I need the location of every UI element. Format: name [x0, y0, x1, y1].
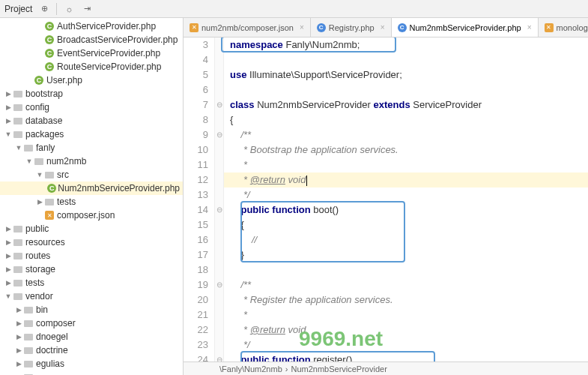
fold-mark[interactable]: ⊖ — [215, 352, 223, 362]
line-number: 16 — [184, 232, 208, 248]
tree-item[interactable]: ▼packages — [0, 128, 183, 141]
code-line[interactable]: } — [230, 248, 588, 262]
breadcrumb-item[interactable]: Num2nmbServiceProvider — [291, 364, 387, 374]
top-toolbar: Project ⊕ ☼ ⇥ — [0, 0, 588, 18]
tree-arrow-icon[interactable]: ▶ — [15, 360, 22, 368]
code-editor[interactable]: 3456789101112131415161718192021222324252… — [184, 38, 588, 362]
tree-arrow-icon[interactable]: ▼ — [4, 130, 12, 138]
tree-item[interactable]: ▶bin — [0, 303, 183, 316]
code-line[interactable]: class Num2nmbServiceProvider extends Ser… — [230, 98, 588, 112]
collapse-icon[interactable]: ⊕ — [38, 3, 50, 15]
tree-label: egulias — [36, 358, 64, 369]
tree-arrow-icon[interactable]: ▶ — [4, 279, 12, 286]
code-line[interactable]: * Register the application services. — [230, 292, 588, 308]
code-line[interactable]: * Bootstrap the application services. — [230, 142, 588, 158]
fold-mark[interactable]: ⊖ — [215, 278, 223, 292]
tree-item[interactable]: ▶dnoegel — [0, 330, 183, 344]
code-line[interactable]: * — [230, 308, 588, 322]
tree-arrow-icon[interactable]: ▶ — [15, 306, 22, 314]
code-line[interactable]: * @return void — [230, 172, 588, 188]
editor-tab[interactable]: Registry.php× — [311, 18, 392, 37]
tree-item[interactable]: ▶resources — [0, 236, 183, 249]
code-line[interactable]: namespace Fanly\Num2nmb; — [230, 38, 588, 52]
line-number: 23 — [184, 338, 208, 352]
folder-icon — [12, 223, 24, 235]
close-icon[interactable]: × — [300, 23, 304, 32]
tree-item[interactable]: RouteServiceProvider.php — [0, 60, 183, 74]
tree-item[interactable]: ▼src — [0, 168, 183, 182]
breadcrumb-item[interactable]: \Fanly\Num2nmb — [219, 364, 282, 374]
tree-item[interactable]: ▶egulias — [0, 357, 183, 370]
tree-item[interactable]: ▶tests — [0, 195, 183, 208]
code-line[interactable]: // — [230, 232, 588, 248]
tree-item[interactable]: AuthServiceProvider.php — [0, 20, 183, 33]
tree-label: config — [25, 102, 49, 112]
code-line[interactable]: */ — [230, 188, 588, 202]
code-line[interactable] — [230, 52, 588, 68]
code-line[interactable]: { — [230, 218, 588, 232]
tree-arrow-icon[interactable]: ▶ — [4, 252, 12, 260]
tree-item[interactable]: ▶database — [0, 114, 183, 128]
code-line[interactable]: { — [230, 112, 588, 128]
tree-item[interactable]: ▶routes — [0, 249, 183, 262]
tree-arrow-icon[interactable]: ▼ — [15, 144, 22, 152]
tree-item[interactable]: ▶composer — [0, 316, 183, 330]
folder-icon — [22, 304, 34, 316]
tree-arrow-icon[interactable]: ▶ — [4, 117, 12, 124]
tree-item[interactable]: ▶tests — [0, 276, 183, 290]
settings-icon[interactable]: ☼ — [63, 3, 75, 15]
code-line[interactable]: /** — [230, 128, 588, 142]
tree-item[interactable]: ▶doctrine — [0, 344, 183, 357]
tree-label: EventServiceProvider.php — [57, 48, 160, 58]
tree-item[interactable]: ▶erusev — [0, 370, 183, 375]
editor-tab[interactable]: monolog/composer.json× — [539, 18, 588, 37]
breadcrumb[interactable]: \Fanly\Num2nmb›Num2nmbServiceProvider — [184, 362, 588, 375]
code-line[interactable]: * — [230, 158, 588, 172]
tree-arrow-icon[interactable]: ▼ — [25, 158, 33, 165]
tree-arrow-icon[interactable]: ▶ — [4, 238, 12, 246]
tree-item[interactable]: User.php — [0, 74, 183, 87]
tree-item[interactable]: EventServiceProvider.php — [0, 46, 183, 60]
tree-item[interactable]: ▼num2nmb — [0, 154, 183, 168]
tree-item[interactable]: ▶config — [0, 100, 183, 114]
close-icon[interactable]: × — [381, 23, 385, 32]
tree-item[interactable]: composer.json — [0, 208, 183, 222]
code-line[interactable]: * @return void — [230, 322, 588, 338]
tree-item[interactable]: ▼fanly — [0, 141, 183, 154]
tree-arrow-icon[interactable]: ▶ — [4, 225, 12, 232]
fold-mark[interactable]: ⊖ — [215, 128, 223, 142]
tree-item[interactable]: ▶public — [0, 222, 183, 236]
code-line[interactable]: public function register() — [230, 352, 588, 362]
editor-tab[interactable]: num2nmb/composer.json× — [184, 18, 311, 37]
tree-item[interactable]: Num2nmbServiceProvider.php — [0, 182, 183, 195]
tree-arrow-icon[interactable]: ▶ — [15, 346, 22, 354]
project-label[interactable]: Project — [4, 4, 32, 14]
code-line[interactable]: public function boot() — [230, 202, 588, 218]
code-line[interactable] — [230, 262, 588, 278]
tree-item[interactable]: ▼vendor — [0, 290, 183, 303]
close-icon[interactable]: × — [527, 23, 532, 32]
project-tree[interactable]: AuthServiceProvider.phpBroadcastServiceP… — [0, 18, 183, 375]
tree-arrow-icon[interactable]: ▶ — [4, 266, 12, 273]
tree-arrow-icon[interactable]: ▶ — [15, 320, 22, 327]
line-number: 5 — [184, 68, 208, 82]
tree-arrow-icon[interactable]: ▶ — [15, 333, 22, 340]
code-line[interactable]: */ — [230, 338, 588, 352]
tree-arrow-icon[interactable]: ▶ — [36, 198, 43, 206]
code-line[interactable]: use Illuminate\Support\ServiceProvider; — [230, 68, 588, 82]
tree-arrow-icon[interactable]: ▼ — [4, 292, 12, 300]
fold-mark[interactable]: ⊖ — [215, 98, 223, 112]
tree-item[interactable]: BroadcastServiceProvider.php — [0, 33, 183, 46]
tree-arrow-icon[interactable]: ▶ — [4, 104, 12, 111]
fold-mark[interactable]: ⊖ — [215, 202, 223, 218]
code-line[interactable] — [230, 82, 588, 98]
tree-arrow-icon[interactable]: ▶ — [4, 90, 12, 98]
tree-arrow-icon[interactable]: ▼ — [36, 171, 43, 178]
editor-tab[interactable]: Num2nmbServiceProvider.php× — [392, 18, 539, 37]
hide-icon[interactable]: ⇥ — [81, 3, 93, 15]
code-line[interactable]: /** — [230, 278, 588, 292]
json-icon — [43, 209, 55, 221]
tree-item[interactable]: ▶bootstrap — [0, 87, 183, 100]
tree-item[interactable]: ▶storage — [0, 262, 183, 276]
code-body[interactable]: 9969.net namespace Fanly\Num2nmb;use Ill… — [224, 38, 588, 362]
